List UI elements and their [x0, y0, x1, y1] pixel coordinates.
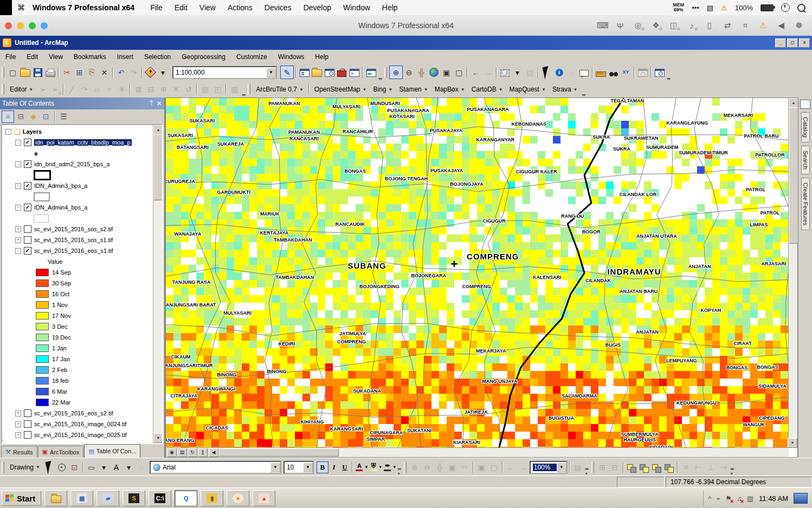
layer-label[interactable]: IDN_Admin4_bps_a	[34, 204, 87, 211]
basemap-mapbox-button[interactable]: MapBox▼	[431, 84, 468, 94]
callout-icon[interactable]	[578, 66, 590, 79]
drawing-menu-button[interactable]: Drawing▼	[7, 463, 43, 472]
arcmap-menu-geoprocessing[interactable]: Geoprocessing	[176, 51, 231, 62]
basemap-strava-button[interactable]: Strava▼	[549, 84, 581, 94]
scroll-down-icon[interactable]: ▼	[153, 433, 163, 443]
pan-icon[interactable]: ╬	[415, 66, 428, 79]
editor-menu-button[interactable]: Editor▼	[7, 84, 36, 94]
basemap-cartodb-button[interactable]: CartoDB▼	[468, 84, 506, 94]
legend-color-swatch[interactable]	[36, 312, 49, 320]
layer-label[interactable]: sc_evi_2015_2016_image_0025.tif	[34, 432, 127, 438]
toolbar-overflow-icon[interactable]: ▾▾	[667, 76, 670, 81]
macos-menu-edit[interactable]: Edit	[175, 3, 188, 12]
basemap-mapquest-button[interactable]: MapQuest▼	[506, 84, 549, 94]
legend-color-swatch[interactable]	[36, 377, 49, 385]
list-by-visibility-icon[interactable]: ◈	[28, 111, 39, 122]
zoom-in-icon[interactable]: ⊕	[389, 66, 403, 79]
paste-icon[interactable]: ⎘	[86, 66, 98, 79]
redo-icon[interactable]: ↷	[127, 66, 140, 79]
pause-drawing-icon[interactable]: ∥	[198, 448, 208, 457]
layer-group-row[interactable]: -❏Layers	[2, 126, 153, 137]
scroll-up-icon[interactable]: ▲	[153, 125, 163, 135]
panel-tab-arctoolbox[interactable]: ▣ArcToolbox	[38, 446, 84, 458]
list-by-drawing-order-icon[interactable]: ≡	[2, 110, 14, 123]
scroll-thumb[interactable]	[789, 107, 798, 244]
legend-color-swatch[interactable]	[36, 323, 49, 330]
layer-row[interactable]: -✓idn_poi_katam_cctv_bbsdlp_moa_p	[2, 137, 153, 148]
layer-label[interactable]: sc_evi_2015_2016_sos_s1.tif	[34, 237, 113, 243]
text-dropdown-icon[interactable]: ▾	[123, 461, 135, 473]
modelbuilder-icon[interactable]	[365, 66, 377, 79]
measure-icon[interactable]	[595, 66, 607, 79]
bring-forward-icon[interactable]	[650, 461, 663, 473]
legend-color-swatch[interactable]	[36, 344, 49, 352]
size-dropdown-icon[interactable]: ▼	[303, 463, 313, 472]
toolbar-overflow-icon[interactable]: ▸▸▾	[585, 466, 589, 476]
line-color-dropdown-icon[interactable]: ▼	[392, 465, 397, 470]
basemap-bing-button[interactable]: Bing▼	[370, 84, 396, 94]
layer-visibility-checkbox[interactable]: ✓	[24, 182, 31, 190]
floppy-icon[interactable]: ◫⊘	[668, 21, 679, 30]
toolbar-overflow-icon[interactable]: ▸▸▾	[731, 466, 734, 476]
full-extent-icon[interactable]	[428, 66, 440, 79]
point-symbol[interactable]: +	[34, 149, 38, 158]
polygon-outline-symbol[interactable]	[34, 192, 50, 201]
expander-icon[interactable]: +	[15, 411, 21, 416]
layer-visibility-checkbox[interactable]	[24, 431, 31, 439]
tray-expand-icon[interactable]: ^	[708, 494, 711, 503]
layer-row[interactable]: +sc_evi_2015_2016_sos_s1.tif	[2, 235, 153, 245]
arcmap-menu-selection[interactable]: Selection	[139, 51, 176, 62]
macos-menu-actions[interactable]: Actions	[228, 3, 253, 12]
send-to-back-icon[interactable]	[638, 461, 650, 473]
delete-icon[interactable]: ✕	[98, 66, 111, 79]
back-extent-icon[interactable]: ←	[469, 66, 482, 79]
add-data-icon[interactable]	[144, 66, 157, 79]
layer-visibility-checkbox[interactable]: ✓	[24, 160, 31, 168]
layer-row[interactable]: +sc_evi_2015_2016_eos_s2.tif	[2, 408, 153, 419]
taskbar-matlab-button[interactable]: ▲	[253, 490, 275, 506]
toolbar-overflow-icon[interactable]: ▾▾	[242, 93, 245, 97]
font-dropdown-icon[interactable]: ▼	[270, 463, 280, 472]
taskbar-remote-desktop-button[interactable]: ▰	[96, 490, 119, 506]
taskbar-clock[interactable]: 11:48 AM	[759, 494, 788, 503]
toolbar-grip[interactable]	[2, 462, 4, 473]
arcmap-menu-edit[interactable]: Edit	[21, 51, 43, 62]
layer-row[interactable]: +sc_evi_2015_2016_sos_s2.tif	[2, 224, 153, 235]
fill-color-dropdown-icon[interactable]: ▼	[378, 465, 383, 470]
edit-sketch-icon[interactable]: ✎	[280, 66, 294, 79]
collapse-icon[interactable]: ◀	[776, 21, 787, 30]
macos-menu-develop[interactable]: Develop	[304, 3, 331, 12]
layer-visibility-checkbox[interactable]	[24, 236, 31, 244]
toolbar-grip[interactable]	[248, 84, 250, 95]
polygon-outline-symbol[interactable]	[34, 170, 51, 180]
fixed-zoom-in-icon[interactable]: ▣	[440, 66, 453, 79]
layer-row[interactable]: -✓sc_evi_2015_2016_eos_s1.tif	[2, 245, 153, 256]
close-button[interactable]: ✕	[799, 38, 810, 48]
pin-icon[interactable]: ⍑	[150, 100, 153, 107]
taskbar-calculator-button[interactable]: ▦	[70, 490, 93, 506]
undo-icon[interactable]: ↶	[115, 66, 127, 79]
settings-gear-icon[interactable]: ☸	[794, 21, 804, 30]
legend-color-swatch[interactable]	[36, 301, 49, 309]
catalog-window-icon[interactable]	[311, 66, 323, 79]
add-data-dropdown-icon[interactable]: ▾	[157, 66, 169, 79]
refresh-view-icon[interactable]: ↻	[188, 448, 197, 457]
search-window-icon[interactable]	[323, 66, 336, 79]
expander-icon[interactable]: -	[15, 140, 21, 146]
taskbar-explorer-button[interactable]	[44, 490, 67, 506]
fixed-zoom-out-icon[interactable]: ▢	[453, 66, 465, 79]
expander-icon[interactable]: -	[15, 205, 21, 211]
toc-options-icon[interactable]: ☰	[58, 111, 69, 122]
identify-icon[interactable]	[553, 66, 565, 79]
expander-icon[interactable]: -	[15, 248, 21, 254]
layout-view-button[interactable]: ▤	[177, 448, 187, 457]
group-label[interactable]: Layers	[23, 128, 42, 135]
arcmap-menu-bookmarks[interactable]: Bookmarks	[68, 51, 112, 62]
expander-icon[interactable]: -	[15, 161, 21, 167]
close-icon[interactable]: ✕	[157, 100, 162, 107]
sound-icon[interactable]: ♪⊘	[686, 21, 697, 30]
toolbar-grip[interactable]	[2, 67, 4, 78]
memory-status[interactable]: MEM69%	[673, 3, 684, 12]
toolbar-overflow-icon[interactable]: ▾▾	[582, 93, 585, 97]
warning-icon[interactable]: ⚠	[758, 21, 769, 30]
